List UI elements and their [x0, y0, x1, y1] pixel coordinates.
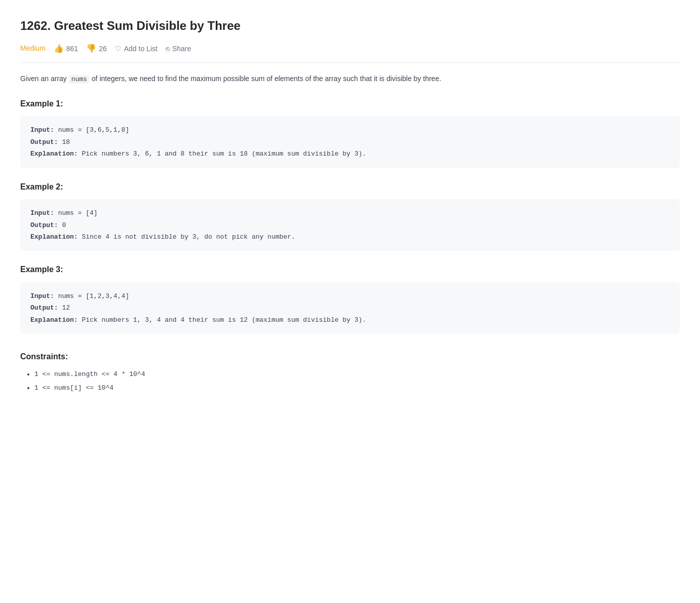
example-2: Example 2:Input: nums = [4]Output: 0Expl… [20, 180, 680, 251]
explanation-value: Pick numbers 3, 6, 1 and 8 their sum is … [82, 150, 366, 158]
constraints-title: Constraints: [20, 350, 680, 363]
input-label: Input: [30, 209, 54, 217]
downvote-count: 26 [99, 45, 107, 53]
example-2-code-block: Input: nums = [4]Output: 0Explanation: S… [20, 199, 680, 251]
input-value: nums = [4] [58, 209, 98, 217]
example-3-title: Example 3: [20, 263, 680, 276]
thumbs-down-icon: 👎 [86, 44, 96, 53]
input-label: Input: [30, 292, 54, 300]
explanation-label: Explanation: [30, 150, 78, 158]
constraint-item-2: 1 <= nums[i] <= 10^4 [34, 383, 680, 394]
output-label: Output: [30, 304, 58, 312]
upvote-count: 861 [66, 45, 78, 53]
problem-description: Given an array nums of integers, we need… [20, 73, 680, 85]
explanation-label: Explanation: [30, 316, 78, 324]
example-3-code-block: Input: nums = [1,2,3,4,4]Output: 12Expla… [20, 282, 680, 334]
downvote-button[interactable]: 👎 26 [86, 44, 107, 53]
examples-container: Example 1:Input: nums = [3,6,5,1,8]Outpu… [20, 97, 680, 334]
output-label: Output: [30, 138, 58, 146]
example-3: Example 3:Input: nums = [1,2,3,4,4]Outpu… [20, 263, 680, 334]
input-value: nums = [3,6,5,1,8] [58, 126, 129, 134]
meta-row: Medium 👍 861 👎 26 ♡ Add to List ⎋ Share [20, 43, 680, 62]
constraints-section: Constraints: 1 <= nums.length <= 4 * 10^… [20, 350, 680, 393]
explanation-value: Pick numbers 1, 3, 4 and 4 their sum is … [82, 316, 366, 324]
constraints-list: 1 <= nums.length <= 4 * 10^41 <= nums[i]… [20, 369, 680, 394]
constraint-item-1: 1 <= nums.length <= 4 * 10^4 [34, 369, 680, 380]
example-1: Example 1:Input: nums = [3,6,5,1,8]Outpu… [20, 97, 680, 168]
input-label: Input: [30, 126, 54, 134]
share-icon: ⎋ [166, 45, 170, 53]
output-value: 18 [62, 138, 70, 146]
share-button[interactable]: ⎋ Share [166, 45, 191, 53]
add-to-list-button[interactable]: ♡ Add to List [115, 45, 158, 53]
thumbs-up-icon: 👍 [54, 44, 64, 53]
share-label: Share [172, 45, 191, 53]
explanation-label: Explanation: [30, 233, 78, 241]
explanation-value: Since 4 is not divisible by 3, do not pi… [82, 233, 295, 241]
output-label: Output: [30, 221, 58, 229]
example-1-code-block: Input: nums = [3,6,5,1,8]Output: 18Expla… [20, 116, 680, 168]
output-value: 12 [62, 304, 70, 312]
example-2-title: Example 2: [20, 180, 680, 194]
heart-icon: ♡ [115, 45, 122, 53]
description-inline-code: nums [69, 75, 90, 84]
problem-title: 1262. Greatest Sum Divisible by Three [20, 16, 680, 35]
add-to-list-label: Add to List [124, 45, 158, 53]
description-before: Given an array [20, 74, 67, 83]
description-after: of integers, we need to find the maximum… [92, 74, 441, 83]
upvote-button[interactable]: 👍 861 [54, 44, 78, 53]
difficulty-badge: Medium [20, 43, 46, 54]
input-value: nums = [1,2,3,4,4] [58, 292, 129, 300]
output-value: 0 [62, 221, 66, 229]
example-1-title: Example 1: [20, 97, 680, 110]
